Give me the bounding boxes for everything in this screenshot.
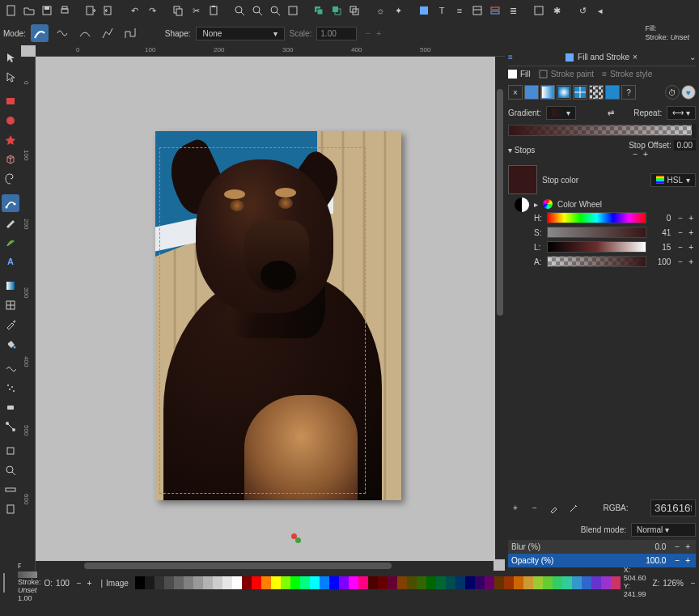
shape-select[interactable]: None▾	[196, 27, 285, 40]
color-mode-select[interactable]: HSL ▾	[650, 173, 696, 187]
palette-swatch[interactable]	[388, 576, 397, 589]
shield-icon[interactable]: ♥	[681, 85, 696, 100]
palette-swatch[interactable]	[494, 576, 504, 589]
gradient-select[interactable]: ▾	[546, 106, 576, 120]
mode-paraxial-icon[interactable]	[121, 24, 139, 42]
palette-swatch[interactable]	[407, 576, 417, 589]
layer-indicator[interactable]: Image	[106, 579, 129, 588]
palette-swatch[interactable]	[523, 576, 533, 589]
stop-offset-value[interactable]: 0.00	[674, 140, 696, 151]
blend-select[interactable]: Normal ▾	[631, 523, 696, 537]
text-dlg-icon[interactable]: T	[434, 2, 450, 19]
palette-swatch[interactable]	[310, 576, 320, 589]
measure-tool-icon[interactable]	[2, 481, 19, 499]
paint-unknown-icon[interactable]: ?	[621, 85, 636, 100]
alpha-slider[interactable]	[547, 256, 646, 267]
open-icon[interactable]	[21, 2, 37, 19]
paint-none-icon[interactable]: ×	[508, 85, 523, 100]
node-tool-icon[interactable]	[2, 68, 19, 86]
calligraphy-tool-icon[interactable]	[2, 233, 19, 251]
3dbox-tool-icon[interactable]	[2, 151, 19, 168]
o-value[interactable]: 100	[56, 579, 70, 588]
dropper-tool-icon[interactable]	[2, 316, 19, 333]
palette-swatch[interactable]	[222, 576, 232, 589]
scale-inc[interactable]: +	[374, 29, 383, 38]
pages-tool-icon[interactable]	[2, 500, 19, 518]
palette-swatch[interactable]	[242, 576, 252, 589]
palette-swatch[interactable]	[145, 576, 155, 589]
copy-icon[interactable]	[170, 2, 186, 19]
palette-swatch[interactable]	[164, 576, 174, 589]
palette-swatch[interactable]	[465, 576, 475, 589]
docprops-icon[interactable]: ✱	[549, 2, 565, 19]
zoom-value[interactable]: 126%	[663, 579, 684, 588]
palette-swatch[interactable]	[611, 576, 621, 589]
palette-swatch[interactable]	[300, 576, 310, 589]
paste-icon[interactable]	[205, 2, 222, 19]
palette-swatch[interactable]	[378, 576, 388, 589]
light-slider[interactable]	[547, 241, 646, 253]
flip-icon[interactable]: ⇄	[608, 108, 614, 117]
add-stop-icon[interactable]: +	[508, 501, 523, 516]
palette-swatch[interactable]	[320, 576, 329, 589]
palette-swatch[interactable]	[184, 576, 193, 589]
scale-dec[interactable]: −	[363, 29, 373, 38]
palette-swatch[interactable]	[339, 576, 349, 589]
offset-dec[interactable]: −	[630, 150, 640, 159]
close-icon[interactable]: ×	[633, 53, 638, 62]
ungroup-icon[interactable]: ✦	[390, 2, 406, 19]
layers-icon[interactable]	[487, 2, 503, 19]
mode-bezier-icon[interactable]	[31, 24, 49, 42]
palette-swatch[interactable]	[368, 576, 378, 589]
bucket-tool-icon[interactable]	[2, 335, 19, 353]
stop-alt-swatch[interactable]	[515, 198, 529, 212]
palette-swatch[interactable]	[155, 576, 164, 589]
paint-swatch-icon[interactable]	[605, 85, 620, 100]
selectors-icon[interactable]: ≣	[505, 2, 521, 19]
scrollbar-vertical[interactable]	[495, 57, 505, 559]
zoom-tool-icon[interactable]	[2, 461, 19, 479]
gradient-tool-icon[interactable]	[2, 277, 19, 295]
color-palette[interactable]	[135, 576, 621, 589]
duplicate-icon[interactable]	[311, 2, 327, 19]
new-icon[interactable]	[3, 2, 19, 19]
tab-fill[interactable]: Fill	[508, 70, 531, 79]
connector-tool-icon[interactable]	[2, 418, 19, 435]
del-stop-icon[interactable]: −	[527, 501, 542, 516]
palette-swatch[interactable]	[582, 576, 591, 589]
palette-swatch[interactable]	[455, 576, 465, 589]
hold-icon[interactable]: ⏱	[665, 85, 680, 100]
star-tool-icon[interactable]	[2, 131, 19, 149]
undo-icon[interactable]: ↶	[126, 2, 142, 19]
fill-swatch-sm[interactable]	[18, 571, 37, 578]
palette-swatch[interactable]	[252, 576, 261, 589]
fill-dlg-icon[interactable]	[416, 2, 432, 19]
palette-swatch[interactable]	[261, 576, 271, 589]
repeat-select[interactable]: ⟷ ▾	[667, 106, 696, 120]
bezier-tool-icon[interactable]	[2, 194, 19, 212]
paint-pattern-icon[interactable]	[589, 85, 604, 100]
palette-swatch[interactable]	[329, 576, 339, 589]
mesh-tool-icon[interactable]	[2, 296, 19, 314]
tweak-tool-icon[interactable]	[2, 359, 19, 377]
eraser-tool-icon[interactable]	[2, 398, 19, 416]
palette-swatch[interactable]	[504, 576, 514, 589]
opacity-value[interactable]: 100.0	[646, 556, 666, 565]
palette-swatch[interactable]	[203, 576, 213, 589]
gradient-preview[interactable]	[508, 125, 696, 136]
collapse-icon[interactable]: ⌄	[689, 53, 696, 62]
redo-icon[interactable]: ↷	[144, 2, 160, 19]
expand-cw-icon[interactable]: ▸	[534, 200, 538, 209]
spiral-tool-icon[interactable]	[2, 170, 19, 188]
text-tool-icon[interactable]: A	[2, 253, 19, 270]
palette-swatch[interactable]	[591, 576, 601, 589]
palette-swatch[interactable]	[601, 576, 611, 589]
palette-swatch[interactable]	[417, 576, 426, 589]
paint-mesh-icon[interactable]	[573, 85, 587, 100]
more-icon[interactable]: ◂	[592, 2, 608, 19]
blur-value[interactable]: 0.0	[655, 542, 666, 551]
zoom-out-icon[interactable]	[249, 2, 265, 19]
palette-swatch[interactable]	[543, 576, 553, 589]
zoom-fit-icon[interactable]	[267, 2, 283, 19]
palette-swatch[interactable]	[572, 576, 582, 589]
